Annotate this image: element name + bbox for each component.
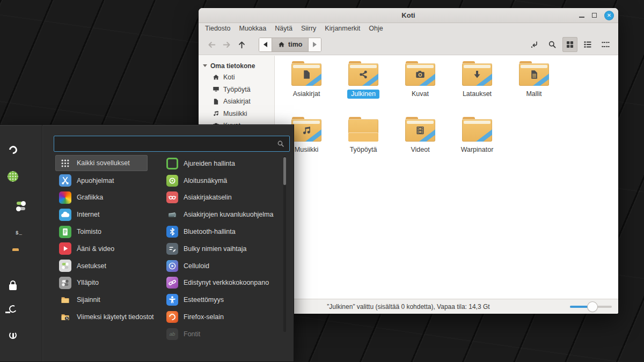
folder-documents[interactable]: Asiakirjat (278, 61, 335, 117)
search-icon (277, 140, 284, 147)
app-document-viewer[interactable]: Asiakirjakatselin (166, 189, 286, 206)
category-places[interactable]: Sijainnit (55, 291, 148, 308)
favorite-firefox[interactable] (12, 145, 30, 162)
toolbar-right (527, 34, 613, 55)
menu-view[interactable]: Näytä (270, 23, 297, 34)
folder-icon (405, 117, 435, 142)
location-entry-icon (530, 40, 539, 49)
search-icon (548, 40, 557, 49)
up-button[interactable] (234, 37, 249, 52)
app-welcome-screen[interactable]: Aloitusnäkymä (166, 172, 286, 189)
category-graphics[interactable]: Grafiikka (55, 189, 148, 206)
sidebar-section-computer[interactable]: Oma tietokone (199, 60, 274, 71)
folder-videos[interactable]: Videot (392, 117, 449, 173)
category-internet[interactable]: Internet (55, 206, 148, 223)
menu-edit[interactable]: Muokkaa (235, 23, 270, 34)
search-button[interactable] (545, 37, 560, 52)
compact-view-button[interactable] (598, 37, 613, 52)
back-icon (207, 40, 216, 49)
breadcrumb: timo (259, 38, 321, 52)
icon-view-button[interactable] (562, 37, 577, 52)
favorite-lock-screen[interactable] (12, 278, 30, 295)
administration-icon (59, 277, 71, 289)
close-button[interactable]: ✕ (604, 11, 614, 20)
slider-handle[interactable] (588, 302, 597, 312)
celluloid-icon (166, 260, 178, 272)
folder-templates[interactable]: Mallit (506, 61, 562, 117)
download-emblem-icon (472, 70, 482, 80)
category-office[interactable]: Toimisto (55, 223, 148, 240)
breadcrumb-home-button[interactable]: timo (272, 38, 309, 51)
app-firefox[interactable]: Firefox-selain (166, 308, 286, 326)
app-celluloid[interactable]: Celluloid (166, 257, 286, 275)
category-accessories[interactable]: Apuohjelmat (55, 172, 148, 189)
forward-button[interactable] (219, 37, 234, 52)
firefox-icon (166, 311, 178, 323)
places-icon (59, 294, 71, 306)
favorite-logout[interactable] (12, 304, 30, 321)
favorite-software-manager[interactable] (12, 172, 30, 189)
favorite-system-settings[interactable] (12, 198, 30, 215)
folder-downloads[interactable]: Lataukset (449, 61, 506, 117)
toggle-location-entry-button[interactable] (527, 37, 542, 52)
music-emblem-icon (302, 125, 312, 136)
app-fonts[interactable]: ab Fontit (166, 326, 286, 343)
application-menu: $_ Kaikki sovellukset Apuohjelmat Grafii… (0, 124, 294, 362)
app-driver-manager[interactable]: Ajureiden hallinta (166, 155, 286, 172)
folder-desktop[interactable]: Työpöytä (335, 117, 392, 173)
window-controls: ✕ (579, 8, 614, 23)
maximize-button[interactable] (592, 13, 597, 18)
bulky-rename-icon (166, 243, 178, 255)
list-view-button[interactable] (580, 37, 595, 52)
up-icon (237, 40, 246, 49)
category-preferences[interactable]: Asetukset (55, 257, 148, 275)
breadcrumb-scroll-left[interactable] (259, 38, 272, 51)
preferences-icon (59, 260, 71, 272)
accessibility-icon (166, 294, 178, 306)
favorite-shutdown[interactable] (12, 330, 30, 348)
zoom-slider[interactable] (570, 302, 612, 312)
category-administration[interactable]: Ylläpito (55, 275, 148, 292)
menu-search-input[interactable] (54, 136, 290, 152)
folder-warpinator[interactable]: Warpinator (449, 117, 506, 173)
graphics-icon (59, 191, 71, 204)
menu-file[interactable]: Tiedosto (201, 23, 235, 34)
grid-view-icon (566, 40, 574, 49)
menu-go[interactable]: Siirry (297, 23, 320, 34)
template-emblem-icon (529, 70, 539, 80)
app-accessibility[interactable]: Esteettömyys (166, 291, 286, 308)
folder-pictures[interactable]: Kuvat (392, 61, 449, 117)
category-audio-video[interactable]: Ääni & video (55, 240, 148, 257)
folder-icon (519, 61, 549, 86)
menu-bookmarks[interactable]: Kirjanmerkit (320, 23, 364, 34)
menu-scrollbar[interactable] (283, 156, 286, 332)
driver-manager-icon (166, 158, 178, 169)
forward-icon (222, 40, 231, 49)
folder-icon (462, 61, 492, 86)
application-list: Ajureiden hallinta Aloitusnäkymä Asiakir… (166, 155, 286, 343)
category-list: Kaikki sovellukset Apuohjelmat Grafiikka… (55, 155, 148, 326)
menu-help[interactable]: Ohje (364, 23, 387, 34)
sidebar-item-music[interactable]: Musiikki (199, 108, 274, 120)
favorite-files[interactable] (12, 250, 30, 268)
folder-icon (291, 61, 321, 86)
app-advanced-network[interactable]: Edistynyt verkkokokoonpano (166, 275, 286, 292)
window-titlebar[interactable]: Koti ✕ (199, 8, 618, 23)
folder-public[interactable]: Julkinen (335, 61, 392, 117)
internet-icon (59, 209, 71, 221)
favorite-terminal[interactable]: $_ (12, 224, 30, 241)
sidebar-item-desktop[interactable]: Työpöytä (199, 84, 274, 96)
sidebar-item-documents[interactable]: Asiakirjat (199, 95, 274, 108)
breadcrumb-scroll-right[interactable] (309, 38, 321, 51)
breadcrumb-label: timo (288, 41, 302, 48)
sidebar-item-home[interactable]: Koti (199, 71, 274, 84)
back-button[interactable] (204, 37, 219, 52)
app-bluetooth-manager[interactable]: Bluetooth-hallinta (166, 223, 286, 240)
category-recent-files[interactable]: Viimeksi käytetyt tiedostot (55, 308, 148, 326)
scrollbar-thumb[interactable] (283, 157, 286, 185)
music-icon (213, 110, 219, 117)
category-all-applications[interactable]: Kaikki sovellukset (55, 155, 148, 171)
app-bulky-rename[interactable]: Bulky nimien vaihtaja (166, 240, 286, 257)
app-document-scanner[interactable]: Asiakirjojen kuvanlukuohjelma (166, 206, 286, 223)
minimize-button[interactable] (579, 17, 584, 18)
